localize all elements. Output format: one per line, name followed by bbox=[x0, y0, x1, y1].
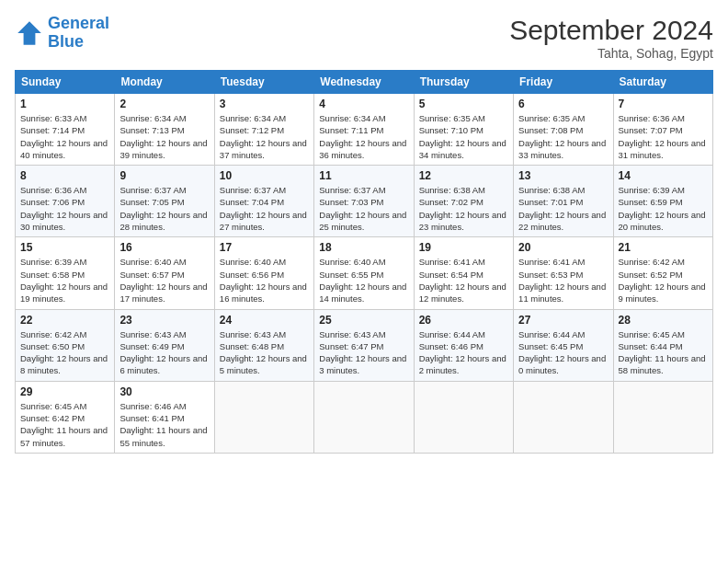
logo-text: General Blue bbox=[48, 15, 109, 52]
day-info: Sunrise: 6:37 AMSunset: 7:03 PMDaylight:… bbox=[319, 184, 408, 233]
day-number: 5 bbox=[419, 98, 508, 110]
day-info: Sunrise: 6:38 AMSunset: 7:01 PMDaylight:… bbox=[518, 184, 608, 233]
table-row: 15Sunrise: 6:39 AMSunset: 6:58 PMDayligh… bbox=[16, 237, 115, 309]
table-row bbox=[314, 381, 414, 453]
table-row: 22Sunrise: 6:42 AMSunset: 6:50 PMDayligh… bbox=[16, 309, 115, 381]
location: Tahta, Sohag, Egypt bbox=[509, 46, 713, 61]
month-title: September 2024 bbox=[509, 15, 713, 46]
day-number: 21 bbox=[619, 241, 708, 254]
table-row: 7Sunrise: 6:36 AMSunset: 7:07 PMDaylight… bbox=[613, 94, 712, 166]
table-row: 30Sunrise: 6:46 AMSunset: 6:41 PMDayligh… bbox=[115, 381, 214, 453]
table-row: 8Sunrise: 6:36 AMSunset: 7:06 PMDaylight… bbox=[16, 166, 115, 237]
day-number: 26 bbox=[419, 314, 508, 327]
day-info: Sunrise: 6:43 AMSunset: 6:48 PMDaylight:… bbox=[220, 328, 309, 377]
table-row: 17Sunrise: 6:40 AMSunset: 6:56 PMDayligh… bbox=[214, 237, 313, 309]
day-number: 16 bbox=[119, 241, 209, 254]
header-friday: Friday bbox=[514, 71, 613, 94]
table-row: 19Sunrise: 6:41 AMSunset: 6:54 PMDayligh… bbox=[414, 237, 513, 309]
table-row: 14Sunrise: 6:39 AMSunset: 6:59 PMDayligh… bbox=[613, 166, 712, 237]
table-row bbox=[214, 381, 313, 453]
svg-marker-0 bbox=[17, 21, 41, 45]
calendar-week-row: 15Sunrise: 6:39 AMSunset: 6:58 PMDayligh… bbox=[16, 237, 713, 309]
day-number: 15 bbox=[20, 241, 109, 254]
table-row: 28Sunrise: 6:45 AMSunset: 6:44 PMDayligh… bbox=[613, 309, 712, 381]
table-row: 23Sunrise: 6:43 AMSunset: 6:49 PMDayligh… bbox=[115, 309, 214, 381]
day-number: 14 bbox=[619, 169, 708, 182]
day-number: 7 bbox=[619, 98, 708, 110]
table-row: 5Sunrise: 6:35 AMSunset: 7:10 PMDaylight… bbox=[414, 94, 513, 166]
day-info: Sunrise: 6:45 AMSunset: 6:42 PMDaylight:… bbox=[20, 400, 109, 449]
table-row: 12Sunrise: 6:38 AMSunset: 7:02 PMDayligh… bbox=[414, 166, 513, 237]
day-number: 27 bbox=[518, 314, 608, 327]
calendar-week-row: 8Sunrise: 6:36 AMSunset: 7:06 PMDaylight… bbox=[16, 166, 713, 237]
day-number: 9 bbox=[119, 169, 209, 182]
table-row: 20Sunrise: 6:41 AMSunset: 6:53 PMDayligh… bbox=[514, 237, 613, 309]
day-info: Sunrise: 6:37 AMSunset: 7:04 PMDaylight:… bbox=[220, 184, 309, 233]
day-number: 20 bbox=[518, 241, 608, 254]
day-info: Sunrise: 6:44 AMSunset: 6:46 PMDaylight:… bbox=[419, 328, 508, 377]
day-info: Sunrise: 6:33 AMSunset: 7:14 PMDaylight:… bbox=[20, 112, 109, 161]
day-info: Sunrise: 6:42 AMSunset: 6:50 PMDaylight:… bbox=[20, 328, 109, 377]
day-number: 30 bbox=[119, 385, 209, 398]
table-row: 10Sunrise: 6:37 AMSunset: 7:04 PMDayligh… bbox=[214, 166, 313, 237]
day-info: Sunrise: 6:42 AMSunset: 6:52 PMDaylight:… bbox=[619, 256, 708, 304]
day-info: Sunrise: 6:34 AMSunset: 7:13 PMDaylight:… bbox=[119, 112, 209, 161]
day-number: 28 bbox=[619, 314, 708, 327]
day-number: 25 bbox=[319, 314, 408, 327]
table-row: 6Sunrise: 6:35 AMSunset: 7:08 PMDaylight… bbox=[514, 94, 613, 166]
page: General Blue September 2024 Tahta, Sohag… bbox=[0, 0, 728, 563]
title-block: September 2024 Tahta, Sohag, Egypt bbox=[509, 15, 713, 61]
day-info: Sunrise: 6:40 AMSunset: 6:57 PMDaylight:… bbox=[119, 256, 209, 304]
table-row: 27Sunrise: 6:44 AMSunset: 6:45 PMDayligh… bbox=[514, 309, 613, 381]
calendar-week-row: 29Sunrise: 6:45 AMSunset: 6:42 PMDayligh… bbox=[16, 381, 713, 453]
table-row: 24Sunrise: 6:43 AMSunset: 6:48 PMDayligh… bbox=[214, 309, 313, 381]
day-number: 2 bbox=[119, 98, 209, 110]
day-info: Sunrise: 6:40 AMSunset: 6:56 PMDaylight:… bbox=[220, 256, 309, 304]
table-row: 2Sunrise: 6:34 AMSunset: 7:13 PMDaylight… bbox=[115, 94, 214, 166]
day-number: 3 bbox=[220, 98, 309, 110]
header: General Blue September 2024 Tahta, Sohag… bbox=[15, 15, 713, 61]
day-number: 22 bbox=[20, 314, 109, 327]
day-info: Sunrise: 6:39 AMSunset: 6:59 PMDaylight:… bbox=[619, 184, 708, 233]
day-info: Sunrise: 6:43 AMSunset: 6:49 PMDaylight:… bbox=[119, 328, 209, 377]
day-number: 29 bbox=[20, 385, 109, 398]
day-info: Sunrise: 6:35 AMSunset: 7:10 PMDaylight:… bbox=[419, 112, 508, 161]
table-row: 26Sunrise: 6:44 AMSunset: 6:46 PMDayligh… bbox=[414, 309, 513, 381]
table-row bbox=[414, 381, 513, 453]
table-row: 25Sunrise: 6:43 AMSunset: 6:47 PMDayligh… bbox=[314, 309, 414, 381]
header-wednesday: Wednesday bbox=[314, 71, 414, 94]
day-info: Sunrise: 6:46 AMSunset: 6:41 PMDaylight:… bbox=[119, 400, 209, 449]
day-info: Sunrise: 6:41 AMSunset: 6:53 PMDaylight:… bbox=[518, 256, 608, 304]
day-info: Sunrise: 6:35 AMSunset: 7:08 PMDaylight:… bbox=[518, 112, 608, 161]
calendar-week-row: 22Sunrise: 6:42 AMSunset: 6:50 PMDayligh… bbox=[16, 309, 713, 381]
header-sunday: Sunday bbox=[16, 71, 115, 94]
day-info: Sunrise: 6:36 AMSunset: 7:06 PMDaylight:… bbox=[20, 184, 109, 233]
day-info: Sunrise: 6:39 AMSunset: 6:58 PMDaylight:… bbox=[20, 256, 109, 304]
header-saturday: Saturday bbox=[613, 71, 712, 94]
table-row: 1Sunrise: 6:33 AMSunset: 7:14 PMDaylight… bbox=[16, 94, 115, 166]
calendar: Sunday Monday Tuesday Wednesday Thursday… bbox=[15, 70, 713, 454]
day-number: 19 bbox=[419, 241, 508, 254]
day-number: 8 bbox=[20, 169, 109, 182]
day-number: 17 bbox=[220, 241, 309, 254]
day-info: Sunrise: 6:43 AMSunset: 6:47 PMDaylight:… bbox=[319, 328, 408, 377]
table-row: 29Sunrise: 6:45 AMSunset: 6:42 PMDayligh… bbox=[16, 381, 115, 453]
day-number: 4 bbox=[319, 98, 408, 110]
table-row bbox=[514, 381, 613, 453]
header-thursday: Thursday bbox=[414, 71, 513, 94]
day-info: Sunrise: 6:38 AMSunset: 7:02 PMDaylight:… bbox=[419, 184, 508, 233]
table-row: 3Sunrise: 6:34 AMSunset: 7:12 PMDaylight… bbox=[214, 94, 313, 166]
table-row: 16Sunrise: 6:40 AMSunset: 6:57 PMDayligh… bbox=[115, 237, 214, 309]
day-number: 1 bbox=[20, 98, 109, 110]
day-info: Sunrise: 6:44 AMSunset: 6:45 PMDaylight:… bbox=[518, 328, 608, 377]
day-number: 10 bbox=[220, 169, 309, 182]
table-row: 4Sunrise: 6:34 AMSunset: 7:11 PMDaylight… bbox=[314, 94, 414, 166]
table-row: 13Sunrise: 6:38 AMSunset: 7:01 PMDayligh… bbox=[514, 166, 613, 237]
table-row: 21Sunrise: 6:42 AMSunset: 6:52 PMDayligh… bbox=[613, 237, 712, 309]
day-info: Sunrise: 6:36 AMSunset: 7:07 PMDaylight:… bbox=[619, 112, 708, 161]
day-number: 12 bbox=[419, 169, 508, 182]
day-info: Sunrise: 6:34 AMSunset: 7:12 PMDaylight:… bbox=[220, 112, 309, 161]
day-number: 18 bbox=[319, 241, 408, 254]
day-number: 24 bbox=[220, 314, 309, 327]
day-info: Sunrise: 6:40 AMSunset: 6:55 PMDaylight:… bbox=[319, 256, 408, 304]
